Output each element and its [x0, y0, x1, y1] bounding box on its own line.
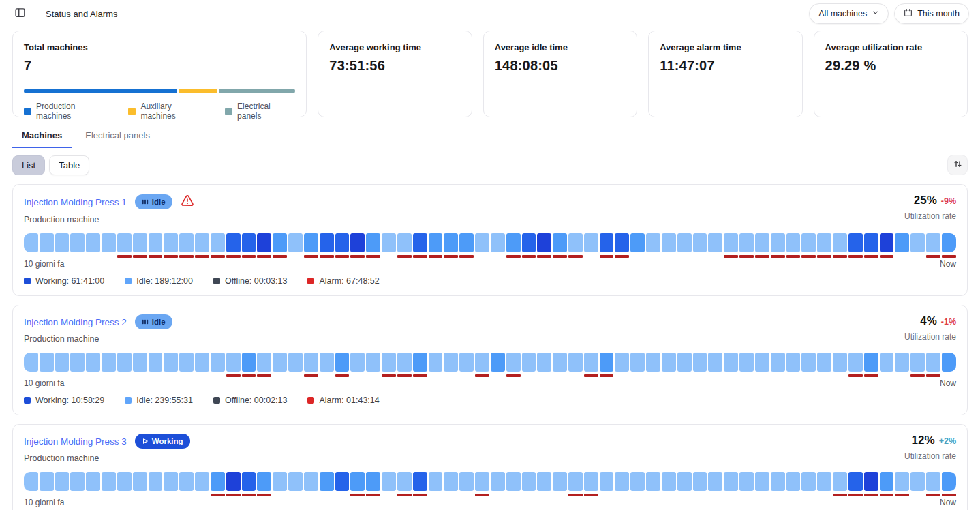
timeline-segment[interactable] — [537, 352, 551, 377]
timeline-segment[interactable] — [195, 233, 209, 258]
timeline-segment[interactable] — [226, 233, 241, 258]
timeline-segment[interactable] — [102, 352, 116, 377]
timeline-segment[interactable] — [164, 472, 178, 496]
alarm-warning-icon[interactable] — [181, 194, 194, 210]
timeline-segment[interactable] — [211, 233, 225, 258]
timeline-segment[interactable] — [708, 472, 722, 496]
sort-button[interactable] — [947, 155, 968, 175]
view-table-button[interactable]: Table — [49, 155, 89, 175]
timeline-segment[interactable] — [600, 472, 614, 496]
timeline-segment[interactable] — [195, 352, 209, 377]
timeline-segment[interactable] — [491, 352, 505, 377]
timeline-segment[interactable] — [273, 472, 287, 496]
timeline-segment[interactable] — [366, 352, 380, 377]
timeline-segment[interactable] — [739, 233, 754, 258]
timeline-segment[interactable] — [475, 472, 489, 496]
status-timeline[interactable] — [24, 472, 956, 496]
sidebar-toggle-button[interactable] — [11, 5, 29, 22]
timeline-segment[interactable] — [568, 233, 583, 258]
timeline-segment[interactable] — [600, 233, 614, 258]
timeline-segment[interactable] — [662, 233, 676, 258]
timeline-segment[interactable] — [413, 233, 427, 258]
timeline-segment[interactable] — [771, 352, 785, 377]
timeline-segment[interactable] — [429, 472, 443, 496]
timeline-segment[interactable] — [366, 233, 380, 258]
timeline-segment[interactable] — [864, 352, 878, 377]
timeline-segment[interactable] — [179, 472, 194, 496]
timeline-segment[interactable] — [553, 233, 567, 258]
timeline-segment[interactable] — [164, 352, 178, 377]
timeline-segment[interactable] — [693, 352, 707, 377]
timeline-segment[interactable] — [350, 472, 365, 496]
timeline-segment[interactable] — [164, 233, 178, 258]
timeline-segment[interactable] — [117, 472, 132, 496]
timeline-segment[interactable] — [257, 233, 271, 258]
timeline-segment[interactable] — [55, 352, 70, 377]
timeline-segment[interactable] — [102, 233, 116, 258]
timeline-segment[interactable] — [801, 352, 816, 377]
timeline-segment[interactable] — [70, 233, 85, 258]
timeline-segment[interactable] — [522, 233, 536, 258]
timeline-segment[interactable] — [397, 352, 412, 377]
timeline-segment[interactable] — [677, 352, 692, 377]
timeline-segment[interactable] — [926, 233, 940, 258]
timeline-segment[interactable] — [459, 233, 474, 258]
timeline-segment[interactable] — [600, 352, 614, 377]
timeline-segment[interactable] — [86, 352, 100, 377]
timeline-segment[interactable] — [615, 352, 629, 377]
timeline-segment[interactable] — [397, 233, 412, 258]
timeline-segment[interactable] — [693, 472, 707, 496]
timeline-segment[interactable] — [724, 352, 738, 377]
timeline-segment[interactable] — [491, 233, 505, 258]
timeline-segment[interactable] — [646, 472, 660, 496]
timeline-segment[interactable] — [242, 233, 256, 258]
timeline-segment[interactable] — [459, 352, 474, 377]
timeline-segment[interactable] — [366, 472, 380, 496]
timeline-segment[interactable] — [444, 472, 458, 496]
timeline-segment[interactable] — [755, 233, 769, 258]
timeline-segment[interactable] — [880, 472, 894, 496]
timeline-segment[interactable] — [429, 233, 443, 258]
timeline-segment[interactable] — [24, 233, 38, 258]
timeline-segment[interactable] — [335, 233, 350, 258]
timeline-segment[interactable] — [444, 352, 458, 377]
timeline-segment[interactable] — [382, 233, 396, 258]
timeline-segment[interactable] — [133, 472, 147, 496]
status-timeline[interactable] — [24, 233, 956, 258]
timeline-segment[interactable] — [693, 233, 707, 258]
timeline-segment[interactable] — [708, 352, 722, 377]
timeline-segment[interactable] — [910, 352, 925, 377]
timeline-segment[interactable] — [55, 472, 70, 496]
timeline-segment[interactable] — [724, 472, 738, 496]
timeline-segment[interactable] — [630, 233, 645, 258]
timeline-segment[interactable] — [926, 472, 940, 496]
timeline-segment[interactable] — [273, 233, 287, 258]
timeline-segment[interactable] — [273, 352, 287, 377]
timeline-segment[interactable] — [817, 233, 831, 258]
timeline-segment[interactable] — [910, 472, 925, 496]
timeline-segment[interactable] — [304, 352, 318, 377]
timeline-segment[interactable] — [817, 352, 831, 377]
timeline-segment[interactable] — [833, 233, 847, 258]
timeline-segment[interactable] — [179, 233, 194, 258]
timeline-segment[interactable] — [880, 233, 894, 258]
timeline-segment[interactable] — [242, 352, 256, 377]
timeline-segment[interactable] — [848, 233, 863, 258]
timeline-segment[interactable] — [320, 472, 334, 496]
timeline-segment[interactable] — [553, 472, 567, 496]
timeline-segment[interactable] — [895, 472, 909, 496]
timeline-segment[interactable] — [179, 352, 194, 377]
timeline-segment[interactable] — [864, 472, 878, 496]
timeline-segment[interactable] — [226, 472, 241, 496]
timeline-segment[interactable] — [211, 352, 225, 377]
timeline-segment[interactable] — [662, 472, 676, 496]
timeline-segment[interactable] — [226, 352, 241, 377]
timeline-segment[interactable] — [584, 472, 598, 496]
timeline-segment[interactable] — [429, 352, 443, 377]
timeline-segment[interactable] — [211, 472, 225, 496]
timeline-segment[interactable] — [506, 233, 521, 258]
timeline-segment[interactable] — [833, 352, 847, 377]
timeline-segment[interactable] — [926, 352, 940, 377]
timeline-segment[interactable] — [522, 472, 536, 496]
timeline-segment[interactable] — [242, 472, 256, 496]
